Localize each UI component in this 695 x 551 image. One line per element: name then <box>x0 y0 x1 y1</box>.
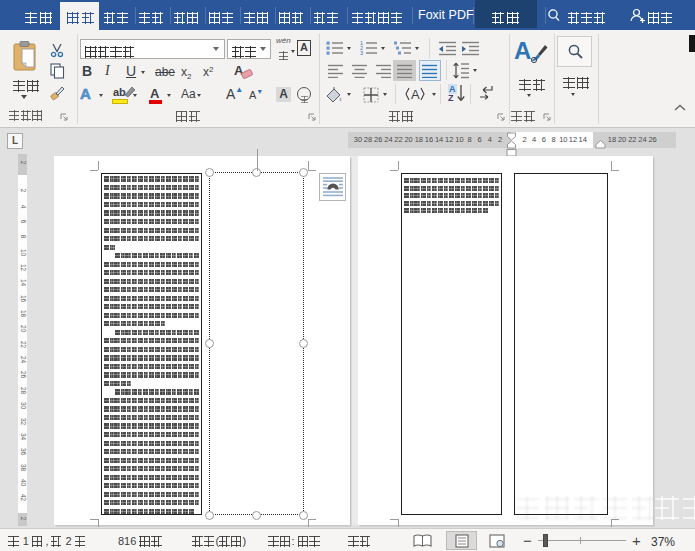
svg-text:A: A <box>411 87 420 102</box>
svg-text:3: 3 <box>360 50 363 56</box>
